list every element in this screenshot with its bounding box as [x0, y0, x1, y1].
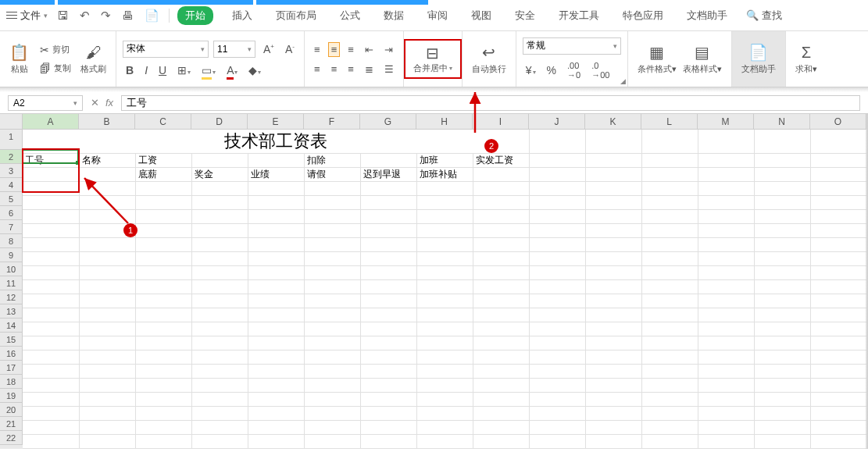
fx-icon[interactable]: fx: [105, 97, 113, 109]
row-header[interactable]: 14: [0, 319, 23, 333]
cells[interactable]: 技术部工资表 工号 名称 工资 扣除 加班 实发工资 底薪 奖金 业绩: [23, 130, 867, 449]
align-middle-button[interactable]: ≡: [328, 42, 341, 57]
paste-button[interactable]: 📋 粘贴: [6, 43, 32, 75]
col-header[interactable]: N: [754, 114, 810, 130]
row-header[interactable]: 2: [0, 150, 23, 164]
tab-formula[interactable]: 公式: [335, 5, 365, 26]
window-tab[interactable]: [58, 0, 253, 5]
tab-start[interactable]: 开始: [177, 6, 213, 25]
border-button[interactable]: ⊞: [174, 62, 194, 78]
file-menu[interactable]: 文件 ▾: [6, 9, 48, 23]
increase-font-button[interactable]: A+: [260, 41, 277, 57]
percent-button[interactable]: %: [544, 62, 559, 78]
print-icon[interactable]: 🖶: [122, 9, 134, 22]
row-header[interactable]: 19: [0, 389, 23, 403]
col-header[interactable]: M: [698, 114, 754, 130]
row-header[interactable]: 20: [0, 403, 23, 417]
title-cell[interactable]: 技术部工资表: [23, 130, 529, 154]
align-center-button[interactable]: ≡: [328, 62, 341, 77]
row-header[interactable]: 22: [0, 431, 23, 445]
currency-button[interactable]: ¥: [523, 62, 539, 78]
cell[interactable]: 实发工资: [473, 154, 529, 168]
cancel-icon[interactable]: ✕: [91, 97, 99, 109]
row-header[interactable]: 1: [0, 130, 23, 150]
name-box[interactable]: A2 ▾: [8, 95, 83, 111]
tab-security[interactable]: 安全: [510, 5, 540, 26]
dialog-launcher-icon[interactable]: ◢: [620, 77, 626, 85]
tab-data[interactable]: 数据: [379, 5, 409, 26]
col-header[interactable]: K: [585, 114, 641, 130]
formula-input[interactable]: 工号: [121, 95, 860, 111]
justify-button[interactable]: ≣: [362, 62, 377, 77]
sum-button[interactable]: Σ 求和▾: [792, 44, 820, 75]
col-header[interactable]: C: [135, 114, 191, 130]
cell[interactable]: 工资: [135, 154, 191, 168]
tab-special[interactable]: 特色应用: [618, 5, 668, 26]
col-header[interactable]: I: [473, 114, 529, 130]
col-header[interactable]: E: [248, 114, 304, 130]
cell[interactable]: 工号: [23, 154, 79, 168]
col-header[interactable]: G: [360, 114, 416, 130]
merge-center-button[interactable]: ⊟ 合并居中▾: [404, 39, 462, 79]
col-header[interactable]: L: [641, 114, 698, 130]
tab-insert[interactable]: 插入: [227, 5, 257, 26]
cell[interactable]: 名称: [79, 154, 135, 168]
number-format-select[interactable]: 常规▾: [523, 37, 621, 55]
col-header[interactable]: F: [304, 114, 360, 130]
row-header[interactable]: 13: [0, 304, 23, 319]
cell[interactable]: 业绩: [248, 168, 304, 182]
print-preview-icon[interactable]: 📄: [145, 9, 159, 23]
save-icon[interactable]: 🖫: [57, 9, 69, 22]
col-header[interactable]: H: [416, 114, 473, 130]
row-header[interactable]: 8: [0, 234, 23, 248]
decrease-decimal-button[interactable]: .0→00: [588, 59, 613, 81]
undo-icon[interactable]: ↶: [80, 9, 90, 23]
col-header[interactable]: A: [23, 114, 79, 130]
cell[interactable]: 请假: [304, 168, 360, 182]
align-right-button[interactable]: ≡: [345, 62, 357, 77]
window-tab[interactable]: [0, 0, 55, 5]
tab-page-layout[interactable]: 页面布局: [271, 5, 321, 26]
col-header[interactable]: J: [529, 114, 585, 130]
increase-decimal-button[interactable]: .00→0: [564, 59, 584, 81]
decrease-font-button[interactable]: A-: [282, 41, 298, 57]
row-header[interactable]: 18: [0, 375, 23, 389]
tab-view[interactable]: 视图: [466, 5, 496, 26]
cell[interactable]: 扣除: [304, 154, 360, 168]
row-header[interactable]: 17: [0, 361, 23, 375]
row-header[interactable]: 6: [0, 206, 23, 220]
table-style-button[interactable]: ▤ 表格样式▾: [680, 43, 725, 75]
font-size-select[interactable]: 11▾: [213, 41, 255, 58]
row-header[interactable]: 7: [0, 220, 23, 234]
distribute-button[interactable]: ☰: [381, 62, 397, 77]
search-button[interactable]: 🔍 查找: [746, 9, 782, 23]
effects-button[interactable]: ◆: [245, 62, 264, 78]
col-header[interactable]: O: [810, 114, 866, 130]
row-header[interactable]: 3: [0, 164, 23, 178]
tab-doc-helper[interactable]: 文档助手: [682, 5, 732, 26]
align-top-button[interactable]: ≡: [311, 42, 323, 57]
row-header[interactable]: 4: [0, 178, 23, 192]
cell[interactable]: 加班补贴: [416, 168, 473, 182]
row-header[interactable]: 10: [0, 262, 23, 276]
font-color-button[interactable]: A: [223, 62, 241, 78]
bold-button[interactable]: B: [123, 62, 137, 78]
row-header[interactable]: 11: [0, 276, 23, 290]
redo-icon[interactable]: ↷: [101, 9, 111, 23]
select-all-corner[interactable]: [0, 114, 23, 130]
cell[interactable]: 迟到早退: [360, 168, 416, 182]
align-left-button[interactable]: ≡: [311, 62, 323, 77]
col-header[interactable]: D: [191, 114, 248, 130]
row-header[interactable]: 12: [0, 290, 23, 304]
cell[interactable]: 加班: [416, 154, 473, 168]
cut-button[interactable]: ✂剪切: [37, 42, 74, 58]
italic-button[interactable]: I: [141, 62, 151, 78]
window-tab[interactable]: [256, 0, 428, 5]
row-header[interactable]: 21: [0, 417, 23, 431]
font-name-select[interactable]: 宋体▾: [123, 41, 209, 58]
row-header[interactable]: 15: [0, 333, 23, 347]
doc-helper-button[interactable]: 📄 文档助手: [738, 43, 779, 75]
format-painter-button[interactable]: 🖌 格式刷: [77, 44, 109, 75]
cell[interactable]: 奖金: [191, 168, 248, 182]
cell[interactable]: 底薪: [135, 168, 191, 182]
